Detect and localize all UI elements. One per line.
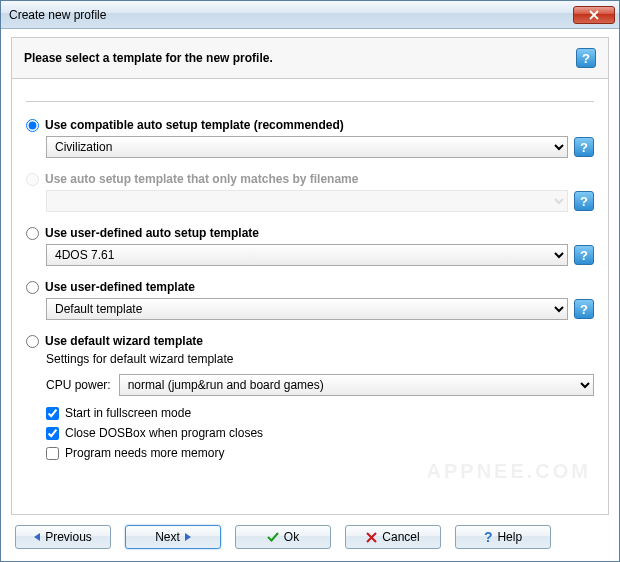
question-icon: ? — [484, 529, 493, 545]
label-user-template[interactable]: Use user-defined template — [45, 280, 195, 294]
titlebar: Create new profile — [1, 1, 619, 29]
check-more-memory[interactable] — [46, 447, 59, 460]
label-default-wizard[interactable]: Use default wizard template — [45, 334, 203, 348]
header-prompt: Please select a template for the new pro… — [24, 51, 568, 65]
help-icon[interactable]: ? — [574, 137, 594, 157]
help-icon[interactable]: ? — [574, 299, 594, 319]
next-button[interactable]: Next — [125, 525, 221, 549]
radio-filename — [26, 173, 39, 186]
help-icon[interactable]: ? — [576, 48, 596, 68]
radio-user-template[interactable] — [26, 281, 39, 294]
select-user-auto[interactable]: 4DOS 7.61 — [46, 244, 568, 266]
label-compatible[interactable]: Use compatible auto setup template (reco… — [45, 118, 344, 132]
label-user-auto[interactable]: Use user-defined auto setup template — [45, 226, 259, 240]
close-icon — [589, 10, 599, 20]
option-user-template: Use user-defined template — [26, 280, 594, 294]
content-area: Please select a template for the new pro… — [1, 29, 619, 561]
check-more-memory-row: Program needs more memory — [46, 446, 594, 460]
radio-default-wizard[interactable] — [26, 335, 39, 348]
help-icon[interactable]: ? — [574, 191, 594, 211]
default-wizard-settings: Settings for default wizard template CPU… — [46, 352, 594, 460]
select-filename — [46, 190, 568, 212]
check-close-dosbox[interactable] — [46, 427, 59, 440]
check-icon — [267, 531, 279, 543]
ok-button[interactable]: Ok — [235, 525, 331, 549]
previous-button-label: Previous — [45, 530, 92, 544]
select-user-template[interactable]: Default template — [46, 298, 568, 320]
check-fullscreen-row: Start in fullscreen mode — [46, 406, 594, 420]
close-button[interactable] — [573, 6, 615, 24]
ok-button-label: Ok — [284, 530, 299, 544]
option-filename: Use auto setup template that only matche… — [26, 172, 594, 186]
dialog-window: Create new profile Please select a templ… — [0, 0, 620, 562]
window-title: Create new profile — [9, 8, 573, 22]
help-button[interactable]: ? Help — [455, 525, 551, 549]
option-compatible: Use compatible auto setup template (reco… — [26, 118, 594, 132]
check-close-dosbox-row: Close DOSBox when program closes — [46, 426, 594, 440]
option-user-auto: Use user-defined auto setup template — [26, 226, 594, 240]
x-icon — [366, 532, 377, 543]
divider — [26, 101, 594, 102]
check-close-dosbox-label[interactable]: Close DOSBox when program closes — [65, 426, 263, 440]
arrow-right-icon — [185, 533, 191, 541]
select-row-filename: ? — [46, 190, 594, 212]
select-row-user-auto: 4DOS 7.61 ? — [46, 244, 594, 266]
main-panel: Use compatible auto setup template (reco… — [11, 79, 609, 515]
arrow-left-icon — [34, 533, 40, 541]
button-bar: Previous Next Ok Cancel ? Help — [11, 515, 609, 553]
cpu-label: CPU power: — [46, 378, 111, 392]
select-cpu[interactable]: normal (jump&run and board games) — [119, 374, 594, 396]
cpu-row: CPU power: normal (jump&run and board ga… — [46, 374, 594, 396]
next-button-label: Next — [155, 530, 180, 544]
help-button-label: Help — [497, 530, 522, 544]
radio-compatible[interactable] — [26, 119, 39, 132]
check-more-memory-label[interactable]: Program needs more memory — [65, 446, 224, 460]
radio-user-auto[interactable] — [26, 227, 39, 240]
previous-button[interactable]: Previous — [15, 525, 111, 549]
select-row-user-template: Default template ? — [46, 298, 594, 320]
cancel-button[interactable]: Cancel — [345, 525, 441, 549]
settings-title: Settings for default wizard template — [46, 352, 594, 366]
label-filename: Use auto setup template that only matche… — [45, 172, 358, 186]
select-compatible[interactable]: Civilization — [46, 136, 568, 158]
option-default-wizard: Use default wizard template — [26, 334, 594, 348]
check-fullscreen-label[interactable]: Start in fullscreen mode — [65, 406, 191, 420]
header-panel: Please select a template for the new pro… — [11, 37, 609, 79]
cancel-button-label: Cancel — [382, 530, 419, 544]
select-row-compatible: Civilization ? — [46, 136, 594, 158]
help-icon[interactable]: ? — [574, 245, 594, 265]
check-fullscreen[interactable] — [46, 407, 59, 420]
